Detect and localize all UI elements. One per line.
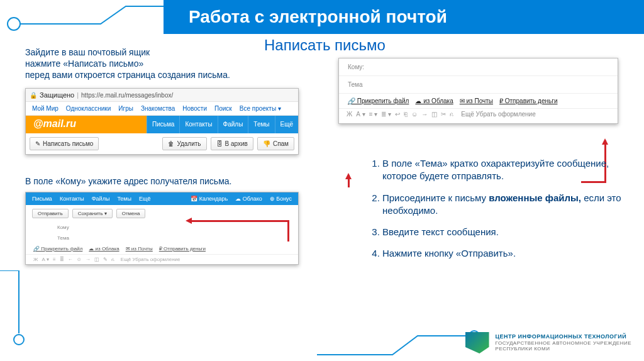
browser-address-bar: 🔒 Защищено | https://e.mail.ru/messages/… xyxy=(26,89,298,102)
url-text: https://e.mail.ru/messages/inbox/ xyxy=(81,92,173,99)
spam-button[interactable]: 👎Спам xyxy=(257,137,294,150)
editor-toolbar: ЖА ▾≡≣←☺→◫✎⎌ Ещё Убрать оформление xyxy=(26,254,298,264)
attach-row-large: 🔗 Прикрепить файл ☁ из Облака ✉ из Почты… xyxy=(339,94,618,108)
step-3: Введите текст сообщения. xyxy=(382,226,623,238)
subject-field[interactable]: Тема xyxy=(26,233,298,243)
footer-text: ЦЕНТР ИНФОРМАЦИОННЫХ ТЕХНОЛОГИЙ ГОСУДАРС… xyxy=(496,333,631,352)
attach-row: 🔗 Прикрепить файл ☁ из Облака ✉ из Почты… xyxy=(26,243,298,254)
attach-mail[interactable]: ✉ из Почты xyxy=(126,246,153,252)
svg-point-1 xyxy=(14,335,24,345)
footer-mark-icon xyxy=(465,332,489,353)
send-button[interactable]: Отправить xyxy=(32,209,69,218)
top-subnav: Мой МирОдноклассникиИгрыЗнакомстваНовост… xyxy=(26,102,298,116)
send-money[interactable]: ₽ Отправить деньги xyxy=(159,246,206,252)
secure-label: Защищено xyxy=(40,91,74,99)
step-4: Нажмите кнопку «Отправить». xyxy=(382,247,623,260)
step-2: Присоедините к письму вложенные файлы, е… xyxy=(382,192,623,218)
step-1: В поле «Тема» кратко охарактеризуйте соо… xyxy=(382,157,623,183)
lock-icon: 🔒 xyxy=(30,92,37,99)
to-field[interactable]: Кому xyxy=(26,222,298,233)
save-button[interactable]: Сохранить ▾ xyxy=(72,209,113,218)
subject-field-large[interactable]: Тема xyxy=(339,76,618,94)
archive-icon: 🗄 xyxy=(216,140,223,147)
compose-buttons: Отправить Сохранить ▾ Отмена xyxy=(26,205,298,222)
attach-cloud[interactable]: ☁ из Облака xyxy=(415,97,453,104)
compose-topbar: ПисьмаКонтактыФайлыТемыЕщё 📅 Календарь☁ … xyxy=(26,192,298,205)
delete-button[interactable]: 🗑Удалить xyxy=(162,137,206,150)
steps-list: В поле «Тема» кратко охарактеризуйте соо… xyxy=(365,157,623,269)
mail-logo: @mail.ru xyxy=(26,116,84,133)
spam-icon: 👎 xyxy=(263,140,270,147)
compose-button[interactable]: ✎Написать письмо xyxy=(30,137,99,150)
screenshot-compose-small: ПисьмаКонтактыФайлыТемыЕщё 📅 Календарь☁ … xyxy=(25,192,299,265)
archive-button[interactable]: 🗄В архив xyxy=(211,137,253,150)
main-tabs: ПисьмаКонтактыФайлыТемыЕщё xyxy=(147,116,298,133)
slide-title: Работа с электронной почтой xyxy=(189,7,447,27)
screenshot-inbox: 🔒 Защищено | https://e.mail.ru/messages/… xyxy=(25,88,299,155)
to-field-large[interactable]: Кому: xyxy=(339,58,618,76)
trash-icon: 🗑 xyxy=(168,140,174,147)
send-money[interactable]: ₽ Отправить деньги xyxy=(499,97,558,104)
arrow-attach-icon xyxy=(348,175,350,187)
logo-row: @mail.ru ПисьмаКонтактыФайлыТемыЕщё xyxy=(26,116,298,133)
cancel-button[interactable]: Отмена xyxy=(116,209,146,218)
footer-logo: ЦЕНТР ИНФОРМАЦИОННЫХ ТЕХНОЛОГИЙ ГОСУДАРС… xyxy=(465,332,631,353)
svg-point-0 xyxy=(8,18,20,30)
attach-file[interactable]: 🔗 Прикрепить файл xyxy=(348,97,409,104)
action-button-row: ✎Написать письмо 🗑Удалить 🗄В архив 👎Спам xyxy=(26,133,298,154)
attach-file[interactable]: 🔗 Прикрепить файл xyxy=(33,246,82,252)
title-band: Работа с электронной почтой xyxy=(164,0,644,34)
instruction-paragraph-1: Зайдите в ваш почтовый ящик нажмите «Нап… xyxy=(25,47,277,81)
section-subtitle: Написать письмо xyxy=(264,36,386,54)
instruction-paragraph-2: В поле «Кому» укажите адрес получателя п… xyxy=(25,176,277,186)
arrow-to-field-icon xyxy=(189,220,289,222)
attach-mail[interactable]: ✉ из Почты xyxy=(460,97,493,104)
screenshot-compose-large: Кому: Тема 🔗 Прикрепить файл ☁ из Облака… xyxy=(338,58,618,124)
editor-toolbar-large: ЖА ▾≡ ▾≣ ▾↩⎗☺→◫✂⎌ Ещё Убрать оформление xyxy=(339,108,618,119)
attach-cloud[interactable]: ☁ из Облака xyxy=(89,246,119,252)
compose-icon: ✎ xyxy=(35,140,40,147)
